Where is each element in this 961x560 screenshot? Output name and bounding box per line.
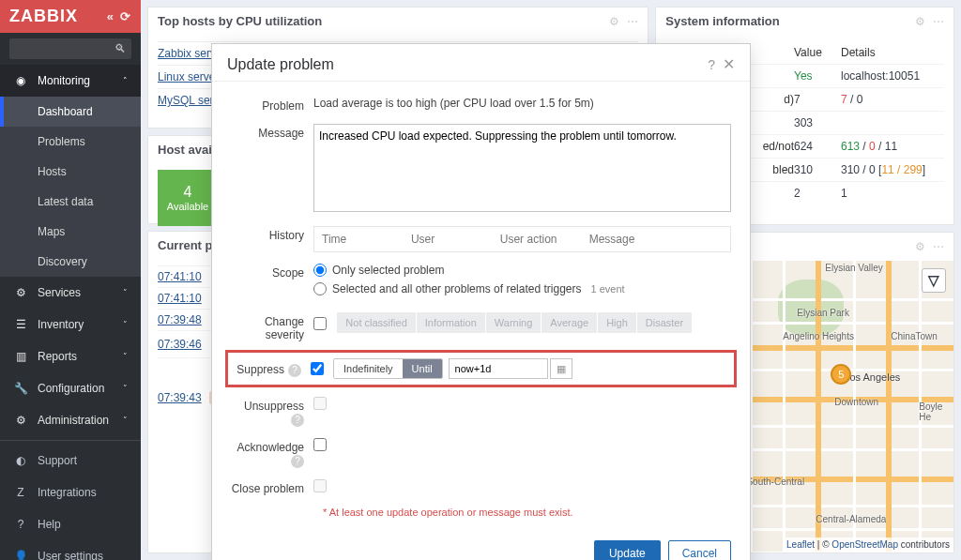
nav-hosts[interactable]: Hosts bbox=[0, 157, 141, 187]
close-problem-checkbox[interactable] bbox=[313, 479, 327, 492]
nav-user-settings[interactable]: 👤User settings bbox=[0, 540, 141, 560]
nav-administration[interactable]: ⚙Administration˅ bbox=[0, 404, 141, 436]
nav-problems[interactable]: Problems bbox=[0, 127, 141, 157]
nav-support[interactable]: ◐Support bbox=[0, 445, 141, 477]
unsuppress-checkbox[interactable] bbox=[313, 397, 327, 410]
nav-dashboard[interactable]: Dashboard bbox=[0, 97, 141, 127]
scope-only-radio[interactable] bbox=[313, 264, 327, 277]
nav-monitoring[interactable]: ◉ Monitoring ˄ bbox=[0, 65, 141, 97]
chevron-down-icon: ˅ bbox=[123, 288, 128, 297]
leaflet-link[interactable]: Leaflet bbox=[786, 539, 815, 550]
collapse-icon[interactable]: « bbox=[107, 9, 114, 23]
scope-all-label: Selected and all other problems of relat… bbox=[332, 282, 581, 295]
sysinfo-title: System information bbox=[665, 14, 779, 28]
nav-inventory[interactable]: ☰Inventory˅ bbox=[0, 309, 141, 341]
filter-button[interactable]: ▽ bbox=[922, 268, 946, 293]
nav-services[interactable]: ⚙Services˅ bbox=[0, 277, 141, 309]
sysinfo-value: 7 bbox=[794, 93, 841, 106]
nav-monitoring-label: Monitoring bbox=[38, 74, 90, 87]
cancel-button[interactable]: Cancel bbox=[668, 540, 731, 560]
chart-icon: ▥ bbox=[13, 350, 28, 363]
close-problem-label: Close problem bbox=[231, 479, 313, 495]
chevron-down-icon: ˅ bbox=[123, 416, 128, 425]
nav-configuration[interactable]: 🔧Configuration˅ bbox=[0, 372, 141, 404]
acknowledge-checkbox[interactable] bbox=[313, 438, 327, 451]
severity-warning[interactable]: Warning bbox=[486, 312, 542, 333]
gear-icon[interactable]: ⚙ bbox=[915, 240, 925, 253]
problem-time[interactable]: 07:41:10 bbox=[158, 292, 209, 305]
sysinfo-detail-part: / bbox=[860, 140, 869, 153]
update-button[interactable]: Update bbox=[594, 540, 661, 560]
current-problems-title: Current p bbox=[158, 238, 213, 252]
available-label: Available bbox=[167, 201, 208, 212]
sidebar: ZABBIX « ⟳ 🔍︎ ◉ Monitoring ˄ Dashboard P… bbox=[0, 0, 141, 560]
sysinfo-value: 303 bbox=[794, 116, 841, 129]
help-icon[interactable]: ? bbox=[708, 57, 715, 72]
more-icon[interactable]: ⋯ bbox=[627, 15, 638, 28]
sysinfo-value: 310 bbox=[794, 163, 841, 176]
top-hosts-title: Top hosts by CPU utilization bbox=[158, 14, 322, 28]
close-icon[interactable]: ✕ bbox=[723, 55, 735, 73]
osm-link[interactable]: OpenStreetMap bbox=[831, 539, 898, 550]
severity-high[interactable]: High bbox=[598, 312, 636, 333]
suppress-label: Suppress bbox=[236, 363, 284, 376]
z-icon: Z bbox=[13, 486, 28, 499]
change-severity-checkbox[interactable] bbox=[313, 317, 327, 330]
user-icon: 👤 bbox=[13, 550, 28, 560]
problem-time[interactable]: 07:41:10 bbox=[158, 270, 209, 283]
sysinfo-value: 624 bbox=[794, 140, 841, 153]
chevron-down-icon: ˅ bbox=[123, 320, 128, 329]
calendar-icon[interactable]: ▦ bbox=[550, 358, 572, 379]
help-icon[interactable]: ? bbox=[291, 414, 304, 427]
gear-icon: ⚙ bbox=[13, 286, 28, 299]
nav-maps[interactable]: Maps bbox=[0, 217, 141, 247]
nav-administration-label: Administration bbox=[38, 414, 109, 427]
suppress-checkbox[interactable] bbox=[311, 362, 324, 375]
severity-not-classified[interactable]: Not classified bbox=[337, 312, 415, 333]
nav-reports[interactable]: ▥Reports˅ bbox=[0, 341, 141, 372]
scope-label: Scope bbox=[231, 264, 313, 280]
suppress-indefinitely-toggle[interactable]: Indefinitely bbox=[334, 359, 403, 378]
sysinfo-detail-part: 0 bbox=[857, 93, 863, 106]
scope-all-sub: 1 event bbox=[590, 283, 624, 295]
severity-average[interactable]: Average bbox=[542, 312, 597, 333]
help-icon[interactable]: ? bbox=[288, 364, 301, 377]
sysinfo-detail-part: 613 bbox=[841, 140, 860, 153]
gear-icon[interactable]: ⚙ bbox=[915, 15, 925, 28]
severity-disaster[interactable]: Disaster bbox=[637, 312, 692, 333]
search-icon[interactable]: 🔍︎ bbox=[114, 42, 126, 55]
modal-title: Update problem bbox=[227, 56, 334, 73]
nav-latest-data[interactable]: Latest data bbox=[0, 187, 141, 217]
suppress-date-input[interactable] bbox=[449, 358, 548, 379]
message-label: Message bbox=[231, 124, 313, 140]
severity-information[interactable]: Information bbox=[417, 312, 485, 333]
nav-services-label: Services bbox=[38, 286, 81, 299]
map-attribution: Leaflet | © OpenStreetMap contributors bbox=[783, 537, 953, 552]
nav-integrations[interactable]: ZIntegrations bbox=[0, 477, 141, 508]
scope-only-label: Only selected problem bbox=[332, 264, 444, 277]
problem-value: Load average is too high (per CPU load o… bbox=[313, 97, 731, 110]
gear-icon[interactable]: ⚙ bbox=[609, 15, 619, 28]
message-textarea[interactable] bbox=[313, 124, 731, 212]
chevron-down-icon: ˅ bbox=[123, 384, 128, 393]
nav-help[interactable]: ?Help bbox=[0, 508, 141, 540]
problem-time[interactable]: 07:39:43 bbox=[158, 391, 202, 404]
nav-reports-label: Reports bbox=[38, 350, 77, 363]
problem-time[interactable]: 07:39:46 bbox=[158, 338, 209, 351]
more-icon[interactable]: ⋯ bbox=[933, 240, 944, 253]
logo[interactable]: ZABBIX « ⟳ bbox=[0, 0, 141, 33]
sysinfo-detail-part: / bbox=[847, 93, 857, 106]
history-col-action: User action bbox=[500, 233, 589, 246]
map-label: Angelino Heights bbox=[783, 331, 854, 341]
cog-icon: ⚙ bbox=[13, 414, 28, 427]
help-icon[interactable]: ? bbox=[291, 455, 304, 468]
search-input[interactable] bbox=[9, 38, 131, 59]
unsuppress-label: Unsuppress bbox=[244, 400, 304, 413]
problem-time[interactable]: 07:39:48 bbox=[158, 313, 209, 326]
expand-icon[interactable]: ⟳ bbox=[120, 9, 131, 23]
suppress-until-toggle[interactable]: Until bbox=[403, 359, 442, 378]
more-icon[interactable]: ⋯ bbox=[933, 15, 944, 28]
scope-all-radio[interactable] bbox=[313, 282, 327, 295]
nav-discovery[interactable]: Discovery bbox=[0, 247, 141, 277]
sysinfo-detail-part: / 11 bbox=[876, 140, 897, 153]
